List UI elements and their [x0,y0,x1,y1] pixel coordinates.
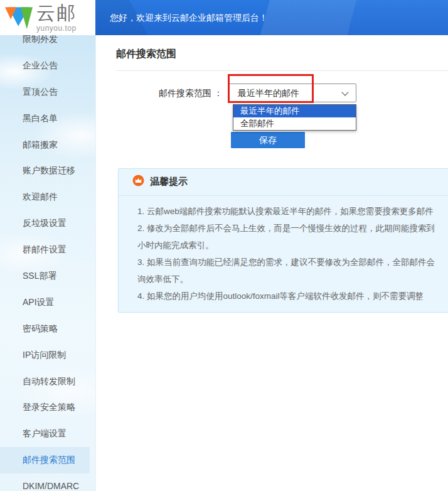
sidebar-item[interactable]: SSL部署 [0,263,90,289]
sidebar-item[interactable]: 登录安全策略 [0,394,90,421]
sidebar-item-label: 企业公告 [23,60,58,70]
tip-line: 1. 云邮web端邮件搜索功能默认搜索最近半年的邮件，如果您需要搜索更多邮件 [137,203,435,220]
tip-line: 2. 修改为全部邮件后不会马上生效，而是一个慢慢生效的过程，此期间能搜索到 [137,220,435,237]
tip-line: 3. 如果当前查询功能已经满足您的需求，建议不要修改为全部邮件，全部邮件会 [137,254,435,271]
sidebar-item[interactable]: 密码策略 [0,316,90,342]
sidebar-list: 限制外发 企业公告 置顶公告 黑白名单 邮箱搬家 账户数据迁移 欢迎邮件 反垃圾… [0,35,95,491]
title-divider [116,70,448,71]
sidebar-item-label: 账户数据迁移 [23,165,75,175]
sidebar-item[interactable]: 邮件搜索范围 [0,447,90,473]
page-title: 邮件搜索范围 [116,48,176,61]
sidebar-item-label: 邮箱搬家 [23,139,58,149]
sidebar-item[interactable]: 反垃圾设置 [0,210,90,237]
tip-line: 4. 如果您的用户均使用outlook/foxmail等客户端软件收发邮件，则不… [137,288,435,305]
select-dropdown-list: 最近半年的邮件全部邮件 [233,104,356,131]
sidebar-item[interactable]: 欢迎邮件 [0,184,90,210]
sidebar-item[interactable]: 客户端设置 [0,421,90,447]
select-option[interactable]: 全部邮件 [233,117,356,130]
sidebar-item-label: 群邮件设置 [23,244,67,254]
tips-body: 1. 云邮web端邮件搜索功能默认搜索最近半年的邮件，如果您需要搜索更多邮件2.… [137,203,435,305]
sidebar-item-label: 置顶公告 [23,87,58,97]
sidebar-item[interactable]: 限制外发 [0,35,90,53]
greeting-text: 您好，欢迎来到云邮企业邮箱管理后台！ [110,0,268,35]
sidebar-item[interactable]: 黑白名单 [0,105,90,132]
tips-title: 温馨提示 [150,175,188,187]
sidebar-item-label: 自动转发限制 [23,376,75,386]
sidebar-item[interactable]: 企业公告 [0,53,90,79]
sidebar-item-label: 欢迎邮件 [23,192,58,202]
brand-domain: yunyou.top [36,24,77,33]
select-option[interactable]: 最近半年的邮件 [233,105,356,117]
tips-panel: 温馨提示 1. 云邮web端邮件搜索功能默认搜索最近半年的邮件，如果您需要搜索更… [118,168,448,313]
select-value: 最近半年的邮件 [238,84,299,102]
sidebar-item-label: 邮件搜索范围 [23,455,75,465]
sidebar-item-label: 登录安全策略 [23,402,75,412]
sidebar-item[interactable]: 账户数据迁移 [0,158,90,184]
sidebar-item[interactable]: 群邮件设置 [0,237,90,263]
sidebar-item[interactable]: DKIM/DMARC [0,473,90,491]
brand-logo[interactable]: 云邮 yunyou.top [0,0,95,35]
tips-crown-icon [132,175,144,189]
sidebar-nav: 限制外发 企业公告 置顶公告 黑白名单 邮箱搬家 账户数据迁移 欢迎邮件 反垃圾… [0,35,95,491]
sidebar-item[interactable]: 自动转发限制 [0,369,90,395]
tips-divider [119,195,448,196]
top-bar: 您好，欢迎来到云邮企业邮箱管理后台！ [95,0,448,35]
tip-line: 小时内能完成索引。 [137,237,435,254]
sidebar-item-label: 客户端设置 [23,428,67,438]
sidebar-item-label: SSL部署 [23,271,56,281]
brand-name: 云邮 [36,3,77,24]
sidebar-item-label: DKIM/DMARC [23,481,79,491]
sidebar-item-label: 反垃圾设置 [23,218,67,228]
chevron-down-icon [341,89,348,95]
brand-mark-icon [5,5,33,34]
sidebar-item[interactable]: API设置 [0,289,90,316]
sidebar-item-label: API设置 [23,297,55,307]
sidebar-item-label: IP访问限制 [23,350,66,360]
sidebar-item[interactable]: 邮箱搬家 [0,132,90,158]
sidebar-item[interactable]: IP访问限制 [0,342,90,369]
search-scope-select[interactable]: 最近半年的邮件 [228,84,356,102]
main-content: 邮件搜索范围 邮件搜索范围 ： 最近半年的邮件 保存 最近半年的邮件全部邮件 温… [95,35,448,491]
sidebar-item[interactable]: 置顶公告 [0,79,90,105]
sidebar-item-label: 限制外发 [23,35,58,44]
save-button[interactable]: 保存 [231,132,305,148]
sidebar-item-label: 密码策略 [23,323,58,333]
tip-line: 询效率低下。 [137,271,435,288]
sidebar-item-label: 黑白名单 [23,113,58,123]
search-scope-label: 邮件搜索范围 ： [95,88,223,98]
